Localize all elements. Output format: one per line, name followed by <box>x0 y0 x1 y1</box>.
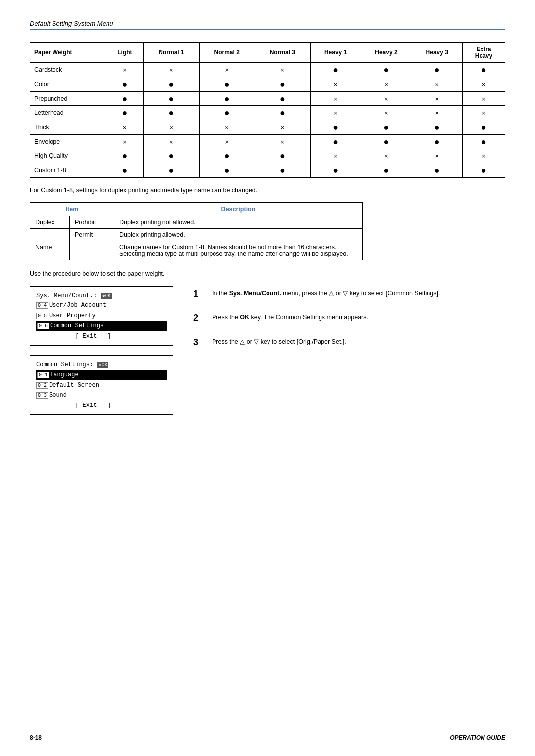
pw-cell: ● <box>310 63 361 77</box>
table-row: DuplexProhibitDuplex printing not allowe… <box>30 216 363 229</box>
pw-cell: ● <box>255 92 310 106</box>
table-row: High Quality●●●●×××× <box>30 149 505 163</box>
id-item-col <box>30 229 70 241</box>
pw-cell: × <box>106 120 144 135</box>
pw-cell: × <box>144 120 199 135</box>
screen2-line4: 0 3Sound <box>36 390 167 400</box>
table-row: Custom 1-8●●●●●●●● <box>30 163 505 178</box>
pw-row-label: Envelope <box>30 135 106 149</box>
screen2-line3: 0 2Default Screen <box>36 380 167 390</box>
step-3-num: 3 <box>193 337 204 348</box>
steps-column: 1 In the Sys. Menu/Count. menu, press th… <box>193 286 505 415</box>
table-row: Letterhead●●●●×××× <box>30 106 505 120</box>
id-desc-col: Duplex printing not allowed. <box>114 216 363 229</box>
pw-cell: × <box>361 92 412 106</box>
pw-cell: × <box>199 63 255 77</box>
screen1-line1: Sys. Menu/Count.: ❖OK <box>36 291 167 301</box>
col-header-extra-heavy: ExtraHeavy <box>462 43 505 63</box>
pw-cell: ● <box>310 163 361 178</box>
step-1-text: In the Sys. Menu/Count. menu, press the … <box>212 289 505 298</box>
step-2-num: 2 <box>193 313 204 323</box>
pw-cell: × <box>255 63 310 77</box>
pw-cell: × <box>144 135 199 149</box>
screen-box-1: Sys. Menu/Count.: ❖OK 0 4User/Job Accoun… <box>30 286 173 346</box>
footer-guide-title: OPERATION GUIDE <box>450 734 505 741</box>
pw-cell: ● <box>361 163 412 178</box>
pw-cell: ● <box>255 77 310 92</box>
id-item-col: Duplex <box>30 216 70 229</box>
pw-cell: ● <box>361 63 412 77</box>
pw-cell: ● <box>144 92 199 106</box>
col-header-heavy3: Heavy 3 <box>412 43 462 63</box>
screen-box-2: Common Settings: ❖OK 0 1Language 0 2Defa… <box>30 355 173 415</box>
pw-row-label: Prepunched <box>30 92 106 106</box>
pw-cell: ● <box>106 106 144 120</box>
table-row: Cardstock××××●●●● <box>30 63 505 77</box>
col-header-paper-weight: Paper Weight <box>30 43 106 63</box>
pw-cell: ● <box>462 63 505 77</box>
pw-cell: ● <box>144 163 199 178</box>
col-header-description: Description <box>114 203 363 216</box>
pw-cell: × <box>462 149 505 163</box>
id-desc-col: Change names for Custom 1-8. Names shoul… <box>114 241 363 260</box>
footer-page-number: 8-18 <box>30 734 42 741</box>
pw-cell: ● <box>255 106 310 120</box>
screen1-line2: 0 4User/Job Account <box>36 301 167 310</box>
step-2-text: Press the OK key. The Common Settings me… <box>212 313 505 322</box>
pw-cell: ● <box>199 92 255 106</box>
pw-cell: × <box>310 92 361 106</box>
pw-cell: × <box>361 149 412 163</box>
screen1-line4: 0 6Common Settings <box>36 321 167 331</box>
step-3: 3 Press the △ or ▽ key to select [Orig./… <box>193 337 505 348</box>
pw-cell: ● <box>144 149 199 163</box>
pw-cell: ● <box>310 135 361 149</box>
table-row: Envelope××××●●●● <box>30 135 505 149</box>
pw-cell: × <box>361 106 412 120</box>
col-header-normal3: Normal 3 <box>255 43 310 63</box>
pw-cell: ● <box>106 163 144 178</box>
procedure-text: Use the procedure below to set the paper… <box>30 270 505 277</box>
id-item-col: Name <box>30 241 70 260</box>
pw-row-label: Thick <box>30 120 106 135</box>
pw-cell: × <box>462 77 505 92</box>
item-description-table: Item Description DuplexProhibitDuplex pr… <box>30 202 363 260</box>
screen1-line3: 0 5User Property <box>36 311 167 321</box>
id-desc-col: Duplex printing allowed. <box>114 229 363 241</box>
pw-cell: × <box>144 63 199 77</box>
pw-cell: ● <box>310 120 361 135</box>
col-header-item: Item <box>30 203 114 216</box>
screen2-line1: Common Settings: ❖OK <box>36 360 167 370</box>
pw-cell: ● <box>361 120 412 135</box>
pw-row-label: Cardstock <box>30 63 106 77</box>
table-row: Thick××××●●●● <box>30 120 505 135</box>
pw-cell: × <box>106 135 144 149</box>
table-row: NameChange names for Custom 1-8. Names s… <box>30 241 363 260</box>
page-footer: 8-18 OPERATION GUIDE <box>30 731 505 741</box>
screens-column: Sys. Menu/Count.: ❖OK 0 4User/Job Accoun… <box>30 286 173 415</box>
id-sub-col: Permit <box>70 229 114 241</box>
table-row: Color●●●●×××× <box>30 77 505 92</box>
table-row: PermitDuplex printing allowed. <box>30 229 363 241</box>
pw-cell: ● <box>106 149 144 163</box>
step-3-text: Press the △ or ▽ key to select [Orig./Pa… <box>212 337 505 347</box>
screen2-line2: 0 1Language <box>36 370 167 380</box>
pw-cell: × <box>199 120 255 135</box>
col-header-normal2: Normal 2 <box>199 43 255 63</box>
step-2: 2 Press the OK key. The Common Settings … <box>193 313 505 323</box>
screen1-line5: [ Exit ] <box>36 331 167 341</box>
step-1-num: 1 <box>193 289 204 299</box>
pw-cell: × <box>412 77 462 92</box>
pw-cell: ● <box>199 163 255 178</box>
pw-cell: × <box>255 135 310 149</box>
pw-cell: ● <box>412 120 462 135</box>
pw-cell: ● <box>462 163 505 178</box>
pw-cell: ● <box>412 163 462 178</box>
pw-cell: × <box>310 106 361 120</box>
pw-cell: ● <box>144 106 199 120</box>
pw-row-label: Custom 1-8 <box>30 163 106 178</box>
pw-cell: ● <box>199 77 255 92</box>
pw-cell: ● <box>199 149 255 163</box>
paper-weight-table: Paper Weight Light Normal 1 Normal 2 Nor… <box>30 42 505 178</box>
pw-cell: ● <box>255 149 310 163</box>
pw-row-label: High Quality <box>30 149 106 163</box>
